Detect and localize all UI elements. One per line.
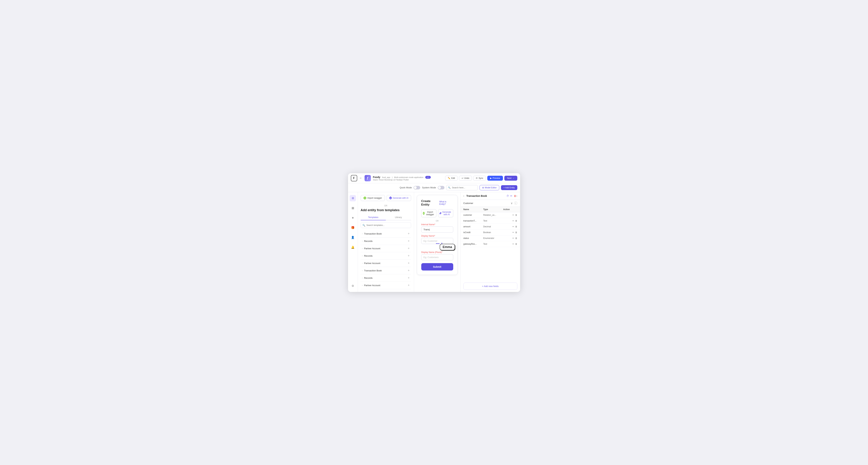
history-icon-button[interactable]: ⏱ xyxy=(506,195,509,197)
back-button[interactable]: ← xyxy=(359,176,363,180)
preview-button[interactable]: ▶ Preview xyxy=(487,176,503,180)
field-edit-button[interactable]: ✏ xyxy=(513,237,514,239)
template-add-button[interactable]: + xyxy=(408,246,410,250)
sidebar-item-star[interactable]: ★ xyxy=(350,215,356,221)
field-edit-button[interactable]: ✏ xyxy=(513,231,514,234)
list-item[interactable]: › Partner Account + xyxy=(361,245,411,252)
internal-name-input[interactable] xyxy=(421,227,453,233)
sidebar-item-user[interactable]: 👤 xyxy=(350,234,356,241)
delete-icon-button[interactable]: 🗑 xyxy=(514,195,516,197)
field-delete-button[interactable]: 🗑 xyxy=(515,237,517,239)
field-delete-button[interactable]: 🗑 xyxy=(515,243,517,245)
topbar: F ← ƒ Foody food_app | Multi-subdomain m… xyxy=(348,173,520,183)
system-mode-label: System Mode xyxy=(422,186,436,189)
field-delete-button[interactable]: 🗑 xyxy=(515,220,517,222)
stack-info: Stack: React Bootstrap v2/ Nodejs/ Flutt… xyxy=(373,179,443,181)
quick-mode-toggle[interactable] xyxy=(413,186,420,190)
sync-icon: ⟳ xyxy=(476,177,478,179)
quick-mode-label: Quick Mode xyxy=(400,186,412,189)
edit-button[interactable]: ✏️ Edit xyxy=(445,176,458,180)
loading-dot-2 xyxy=(437,243,438,244)
template-add-button[interactable]: + xyxy=(408,276,410,280)
template-add-button[interactable]: + xyxy=(408,239,410,243)
cursor-overlay: ↗ Emma xyxy=(421,238,453,244)
add-entity-button[interactable]: + Add Entity xyxy=(501,185,517,190)
chevron-down-icon[interactable]: ∨ xyxy=(510,201,513,205)
template-add-button[interactable]: + xyxy=(408,269,410,272)
chevron-right-icon: › xyxy=(362,284,363,286)
sidebar-item-grid[interactable]: ▦ xyxy=(350,205,356,211)
template-add-button[interactable]: + xyxy=(408,254,410,258)
version-badge[interactable]: V.1 xyxy=(425,176,431,179)
right-panel-nav: ‹ Transaction Book ⏱ ✏ 🗑 › xyxy=(461,192,520,200)
list-item[interactable]: › Records + xyxy=(361,274,411,282)
display-name-plural-group: Display Name (Plural)* xyxy=(421,251,453,260)
system-mode-toggle[interactable] xyxy=(438,186,444,190)
display-name-plural-input[interactable] xyxy=(421,254,453,260)
list-item[interactable]: › Transaction Book + xyxy=(361,230,411,237)
tabs-row: Templates Library xyxy=(361,214,411,220)
search-icon: 🔍 xyxy=(448,187,451,189)
list-item[interactable]: › Records + xyxy=(361,252,411,260)
field-delete-button[interactable]: 🗑 xyxy=(515,214,517,216)
chevron-right-icon: › xyxy=(362,240,363,242)
field-delete-button[interactable]: 🗑 xyxy=(515,225,517,228)
chevron-right-icon: › xyxy=(362,247,363,250)
info-icon[interactable]: i xyxy=(514,201,517,205)
field-type: Enumerator xyxy=(483,237,503,239)
app-info: Foody food_app | Multi-subdomain mode ap… xyxy=(373,175,443,181)
app-logo: F xyxy=(351,175,357,181)
card-import-swagger-button[interactable]: S Import swagger xyxy=(421,209,436,217)
field-edit-button[interactable]: ✏ xyxy=(513,214,514,216)
table-row: status Enumerator ✏ 🗑 xyxy=(461,235,520,241)
field-name: amount xyxy=(463,225,484,228)
mode-desc: Multi-subdomain mode application xyxy=(394,176,423,178)
fields-table-body: customer Relation_us... ✏ 🗑 transactionT… xyxy=(461,212,520,280)
sidebar-item-dashboard[interactable]: ⊞ xyxy=(350,195,356,201)
search-input[interactable] xyxy=(446,185,478,190)
undo-button[interactable]: ↩ Undo xyxy=(459,176,472,180)
template-search-input[interactable] xyxy=(361,223,411,228)
emma-bubble: Emma xyxy=(440,244,455,250)
field-delete-button[interactable]: 🗑 xyxy=(515,231,517,234)
tab-templates[interactable]: Templates xyxy=(361,214,386,220)
field-name: isCredit xyxy=(463,231,484,234)
tab-library[interactable]: Library xyxy=(386,214,411,220)
model-editor-icon: ⊞ xyxy=(482,187,484,189)
loading-dot-1 xyxy=(436,243,437,244)
sync-button[interactable]: ⟳ Sync xyxy=(473,176,486,180)
table-row: isCredit Boolean ✏ 🗑 xyxy=(461,230,520,235)
sidebar-item-settings[interactable]: ⚙ xyxy=(350,283,356,289)
model-editor-button[interactable]: ⊞ Model Editor xyxy=(479,185,499,190)
next-arrow-button[interactable]: › xyxy=(516,194,517,197)
add-new-fields-button[interactable]: + Add new fields xyxy=(463,283,517,290)
right-panel: ‹ Transaction Book ⏱ ✏ 🗑 › Customer ∨ i xyxy=(460,192,520,292)
template-add-button[interactable]: + xyxy=(408,284,410,287)
list-item[interactable]: › Transaction Book + xyxy=(361,267,411,274)
generate-ai-button[interactable]: Generate with AI xyxy=(387,195,411,201)
what-is-link[interactable]: What is Entity? xyxy=(439,200,453,205)
field-name: status xyxy=(463,237,484,239)
field-edit-button[interactable]: ✏ xyxy=(513,220,514,222)
sidebar-item-gift[interactable]: 🎁 xyxy=(350,225,356,231)
edit-icon: ✏️ xyxy=(448,177,451,179)
field-type: Relation_us... xyxy=(483,214,503,216)
app-type: food_app xyxy=(382,176,390,178)
field-actions: ✏ 🗑 xyxy=(503,231,517,234)
template-add-button[interactable]: + xyxy=(408,232,410,236)
list-item[interactable]: › Partner Account + xyxy=(361,282,411,289)
edit-icon-button[interactable]: ✏ xyxy=(510,195,513,197)
field-edit-button[interactable]: ✏ xyxy=(513,243,514,245)
field-edit-button[interactable]: ✏ xyxy=(513,225,514,228)
left-panel: S Import swagger Generate with AI OR Add… xyxy=(358,192,414,292)
separator: | xyxy=(392,176,393,178)
sidebar-item-bell[interactable]: 🔔 xyxy=(350,244,356,251)
next-button[interactable]: Next → xyxy=(504,176,517,180)
list-item[interactable]: › Partner Account + xyxy=(361,260,411,267)
card-generate-ai-button[interactable]: Generate with AI xyxy=(438,209,453,217)
template-add-button[interactable]: + xyxy=(408,261,410,265)
list-item[interactable]: › Records + xyxy=(361,237,411,245)
field-name: gatewayRes... xyxy=(463,243,484,245)
submit-button[interactable]: Submit xyxy=(421,263,453,270)
import-swagger-button[interactable]: S Import swagger xyxy=(361,195,385,201)
